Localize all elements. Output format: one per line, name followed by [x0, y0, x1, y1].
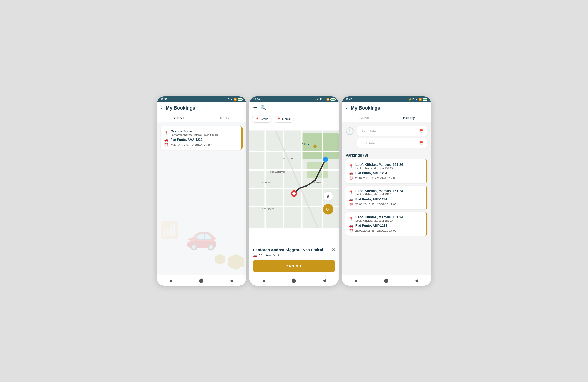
bottom-nav-3: ■ ⬤ ◀ — [342, 275, 431, 286]
lightning-icon-2: ⚡ — [316, 98, 319, 101]
battery-icon — [238, 98, 243, 101]
home-pill[interactable]: 📍 Home — [274, 116, 294, 123]
h-location-name-2: Leof. Kifisias, Marousi 151 24 — [355, 215, 403, 219]
hex-decor-2 — [228, 254, 244, 270]
h-car-icon-1: 🚗 — [349, 197, 353, 201]
booking-card-1[interactable]: 📍 Orange Zone Leoforos Andrea Siggrou, N… — [161, 126, 243, 150]
wifi-decor: 📶 — [159, 220, 179, 239]
cancel-button[interactable]: CANCEL — [253, 260, 335, 272]
end-date-input[interactable]: End Date 📅 — [357, 138, 427, 148]
header-1: ‹ My Bookings — [157, 102, 246, 113]
svg-text:Βύρωνας: Βύρωνας — [312, 181, 321, 184]
history-card-0[interactable]: 📍 Leof. Kifisias, Marousi 151 24 Leof. K… — [345, 159, 427, 183]
h-location-addr-2: Leof. Kifisias, Marousi 151 24 — [355, 219, 403, 222]
nav-back-1[interactable]: ◀ — [230, 278, 233, 283]
h-card-2-location-row: 📍 Leof. Kifisias, Marousi 151 24 Leof. K… — [349, 215, 422, 222]
wifi-icon-2: ▲ — [323, 98, 325, 101]
h-location-name-0: Leof. Kifisias, Marousi 151 24 — [355, 163, 403, 167]
h-time-label-0: 26/02/20 15:35 - 26/02/20 17:00 — [355, 177, 396, 180]
h-location-icon-2: 📍 — [349, 217, 353, 221]
h-card-0-time-row: ⏰ 26/02/20 15:35 - 26/02/20 17:00 — [349, 176, 422, 180]
history-clock-icon: 🕐 — [345, 127, 354, 135]
nav-square-2[interactable]: ■ — [262, 278, 265, 283]
screen3-phone: 12:40 ⚡ 𝗣 ▲ 📶 ‹ My Bookings Active Histo… — [342, 96, 431, 286]
status-p-icon-3: 𝗣 — [412, 98, 414, 101]
tab-history-3[interactable]: History — [386, 113, 431, 122]
card-car-row: 🚗 Fiat Punto, AAA-1233 — [164, 138, 238, 142]
nav-back-3[interactable]: ◀ — [415, 278, 418, 283]
svg-rect-1 — [302, 133, 339, 159]
signal-icon: 📶 — [234, 98, 237, 101]
svg-text:↻: ↻ — [326, 207, 329, 212]
page-title-1: My Bookings — [166, 105, 195, 111]
signal-icon-3: 📶 — [419, 98, 422, 101]
nav-back-2[interactable]: ◀ — [322, 278, 326, 283]
map-svg: Αθήνα Καλλιθέα Νέα Σμύρνη Βύρωνας ΚΟΛΩΝΑ… — [249, 113, 339, 245]
svg-point-14 — [323, 157, 328, 162]
svg-text:Αθήνα: Αθήνα — [302, 143, 309, 146]
svg-text:Καλλιθέα: Καλλιθέα — [262, 181, 271, 184]
h-car-label-2: Fiat Punto, ΑΒΓ-1234 — [355, 224, 387, 228]
calendar-icon-end: 📅 — [419, 141, 424, 145]
h-clock-icon-1: ⏰ — [349, 203, 353, 206]
h-clock-icon-0: ⏰ — [349, 176, 353, 180]
h-location-icon-1: 📍 — [349, 190, 353, 194]
route-details: 🚗 16 mins 5.5 km — [253, 254, 335, 257]
back-button-1[interactable]: ‹ — [161, 105, 163, 111]
h-time-label-1: 26/02/20 15:35 - 26/02/20 17:00 — [355, 203, 396, 206]
tab-history-1[interactable]: History — [202, 113, 246, 122]
car-icon-1: 🚗 — [164, 138, 168, 142]
h-card-0-location-row: 📍 Leof. Kifisias, Marousi 151 24 Leof. K… — [349, 163, 422, 170]
route-km: 5.5 km — [273, 254, 282, 257]
tab-active-3[interactable]: Active — [342, 113, 386, 122]
status-p-icon: 𝗣 — [228, 98, 229, 101]
clock-icon-1: ⏰ — [164, 143, 168, 147]
route-destination: Leoforos Andrea Siggrou, Nea Smirni — [253, 247, 335, 252]
history-card-2[interactable]: 📍 Leof. Kifisias, Marousi 151 24 Leof. K… — [345, 212, 427, 236]
nav-circle-3[interactable]: ⬤ — [384, 278, 389, 283]
close-button[interactable]: ✕ — [332, 247, 336, 253]
route-mins: 16 mins — [259, 254, 271, 257]
home-label: Home — [282, 117, 291, 121]
status-icons-1: 𝗣 ▲ 📶 — [228, 98, 243, 101]
wifi-icon-3: ▲ — [415, 98, 418, 101]
nav-circle-2[interactable]: ⬤ — [291, 278, 296, 283]
start-date-input[interactable]: Start Date 📅 — [357, 126, 427, 136]
svg-text:ΜΟΝΑΣΤΗΡΑΚΙ: ΜΟΝΑΣΤΗΡΑΚΙ — [270, 171, 285, 173]
location-icon-1: 📍 — [164, 131, 168, 135]
map-pills: 📍 Work 📍 Home — [252, 116, 294, 123]
search-icon[interactable]: 🔍 — [260, 105, 266, 111]
h-car-label-0: Fiat Punto, ΑΒΓ-1234 — [355, 171, 387, 175]
h-clock-icon-2: ⏰ — [349, 229, 353, 233]
bottom-nav-2: ■ ⬤ ◀ — [249, 275, 339, 286]
zone-address-1: Leoforos Andrea Siggrou, Nea Smirni — [171, 133, 218, 136]
tab-active-1[interactable]: Active — [157, 113, 202, 122]
back-button-3[interactable]: ‹ — [346, 105, 348, 111]
status-time-2: 12:40 — [253, 98, 260, 101]
nav-square-3[interactable]: ■ — [355, 278, 358, 283]
home-pin-icon: 📍 — [277, 117, 281, 121]
battery-icon-3 — [423, 98, 427, 101]
h-car-label-1: Fiat Punto, ΑΒΓ-1234 — [355, 198, 387, 201]
hex-decor-1 — [215, 254, 225, 265]
main-content-1: 📍 Orange Zone Leoforos Andrea Siggrou, N… — [157, 122, 246, 275]
status-bar-2: 12:40 ⚡ 𝗣 ▲ 📶 — [249, 96, 339, 102]
booking-list-1: 📍 Orange Zone Leoforos Andrea Siggrou, N… — [157, 122, 246, 156]
nav-square-1[interactable]: ■ — [170, 278, 173, 283]
status-p-icon-2: 𝗣 — [320, 98, 322, 101]
start-date-label: Start Date — [360, 129, 376, 133]
tabs-1: Active History — [157, 113, 246, 122]
history-card-1[interactable]: 📍 Leof. Kifisias, Marousi 151 24 Leof. K… — [345, 186, 427, 209]
h-location-name-1: Leof. Kifisias, Marousi 151 24 — [355, 189, 403, 193]
menu-icon[interactable]: ☰ — [253, 105, 257, 111]
decorative-area: 📶 🚗 — [157, 156, 246, 275]
work-pill[interactable]: 📍 Work — [252, 116, 271, 123]
screen1-phone: 12:38 𝗣 ▲ 📶 ‹ My Bookings Active History… — [157, 96, 246, 286]
nav-circle-1[interactable]: ⬤ — [199, 278, 204, 283]
end-date-label: End Date — [360, 141, 375, 145]
parkings-count-title: Parkings (3) — [345, 153, 427, 157]
svg-text:⊕: ⊕ — [326, 194, 329, 198]
map-area: Αθήνα Καλλιθέα Νέα Σμύρνη Βύρωνας ΚΟΛΩΝΑ… — [249, 113, 339, 245]
h-car-icon-0: 🚗 — [349, 171, 353, 175]
map-header: ☰ 🔍 — [249, 102, 339, 113]
